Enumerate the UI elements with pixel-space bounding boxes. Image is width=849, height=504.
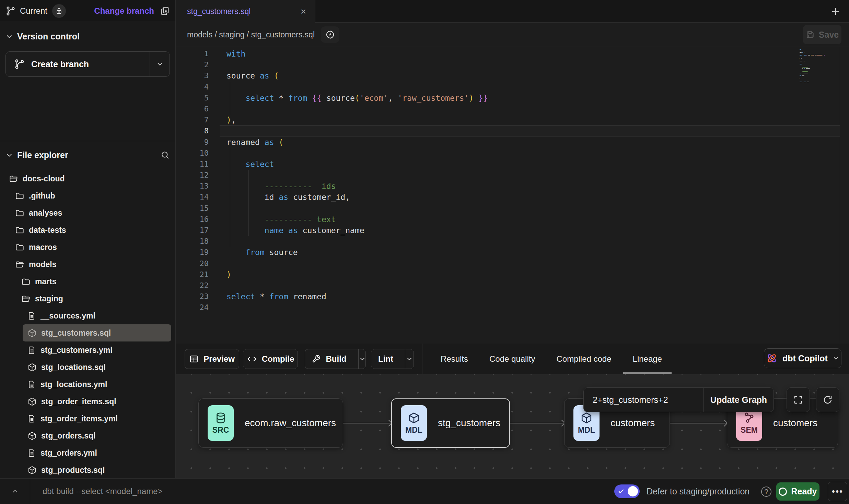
code-line[interactable]: 11 select xyxy=(176,159,840,170)
file-row-marts[interactable]: marts xyxy=(16,273,171,290)
fullscreen-button[interactable] xyxy=(787,387,810,412)
file-row-stg-order-items-sql[interactable]: stg_order_items.sql xyxy=(23,393,171,410)
code-line[interactable]: 24 xyxy=(176,302,840,313)
lint-caret[interactable] xyxy=(405,349,414,369)
defer-toggle[interactable] xyxy=(614,484,640,498)
panel-tab-results[interactable]: Results xyxy=(441,344,468,374)
command-input[interactable]: dbt build --select <model_name> xyxy=(43,479,163,504)
build-caret[interactable] xyxy=(358,349,366,369)
file-row--sources-yml[interactable]: __sources.yml xyxy=(23,307,171,324)
code-line[interactable]: 3source as ( xyxy=(176,70,840,81)
file-row-data-tests[interactable]: data-tests xyxy=(10,221,171,239)
file-row-stg-locations-yml[interactable]: stg_locations.yml xyxy=(23,376,171,393)
breadcrumb-row: models / staging / stg_customers.sql Sa xyxy=(176,23,849,47)
code-line[interactable]: 15 xyxy=(176,203,840,214)
more-options-button[interactable]: ••• xyxy=(828,482,847,501)
update-graph-button[interactable]: Update Graph xyxy=(703,388,774,412)
refresh-button[interactable] xyxy=(816,387,839,412)
code-line[interactable]: 9renamed as ( xyxy=(176,137,840,148)
code-line[interactable]: 8 xyxy=(176,125,840,136)
lineage-node-ecom-raw-customers[interactable]: SRCecom.raw_customers xyxy=(198,398,343,448)
status-badge[interactable]: Ready xyxy=(776,482,819,501)
explore-button[interactable] xyxy=(321,26,339,43)
close-icon[interactable]: × xyxy=(301,7,306,16)
file-explorer-header[interactable]: File explorer xyxy=(0,143,175,167)
code-line[interactable]: 16 ---------- text xyxy=(176,214,840,225)
code-line[interactable]: 12 xyxy=(176,170,840,181)
help-icon[interactable]: ? xyxy=(761,487,771,497)
code-line[interactable]: 4 xyxy=(176,82,840,93)
create-branch-button[interactable]: Create branch xyxy=(5,51,170,77)
line-number: 24 xyxy=(176,302,209,313)
panel-tab-code-quality[interactable]: Code quality xyxy=(489,344,535,374)
line-number: 23 xyxy=(176,291,209,302)
code-line[interactable]: 2 xyxy=(176,59,840,70)
file-icon xyxy=(27,346,36,355)
file-row-docs-cloud[interactable]: docs-cloud xyxy=(4,170,171,187)
code-line[interactable]: 1with xyxy=(176,48,840,59)
dbt-copilot-button[interactable]: dbt Copilot xyxy=(764,348,841,368)
code-line[interactable]: 17 name as customer_name xyxy=(176,225,840,236)
build-button-main[interactable]: Build xyxy=(305,349,353,369)
code-line[interactable]: 21) xyxy=(176,269,840,280)
version-control-header[interactable]: Version control xyxy=(5,29,170,43)
code-line[interactable]: 7), xyxy=(176,115,840,125)
code-line[interactable]: 13 ---------- ids xyxy=(176,181,840,192)
lineage-selector-input[interactable]: 2+stg_customers+2 xyxy=(584,388,703,412)
file-label: staging xyxy=(35,294,63,303)
lineage-panel[interactable]: SRCecom.raw_customersMDLstg_customersMDL… xyxy=(176,374,849,478)
file-row--github[interactable]: .github xyxy=(10,187,171,204)
code-line[interactable]: 6 xyxy=(176,104,840,115)
preview-button[interactable]: Preview xyxy=(185,349,239,369)
lineage-node-stg-customers[interactable]: MDLstg_customers xyxy=(391,398,510,448)
minimap[interactable] xyxy=(800,49,839,84)
file-row-stg-customers-sql[interactable]: stg_customers.sql xyxy=(23,324,171,341)
compile-button[interactable]: Compile xyxy=(243,349,298,369)
create-branch-main[interactable]: Create branch xyxy=(6,52,150,76)
panel-tab-lineage[interactable]: Lineage xyxy=(633,344,662,374)
file-row-stg-products-sql[interactable]: stg_products.sql xyxy=(23,461,171,479)
file-row-stg-locations-sql[interactable]: stg_locations.sql xyxy=(23,359,171,376)
code-line[interactable]: 14 id as customer_id, xyxy=(176,192,840,203)
save-button[interactable]: Save xyxy=(803,25,841,44)
lint-button[interactable]: Lint xyxy=(371,349,414,369)
lineage-controls: 2+stg_customers+2 Update Graph xyxy=(583,387,774,412)
model-icon xyxy=(27,397,37,406)
code-line[interactable]: 22 xyxy=(176,280,840,291)
file-row-stg-orders-sql[interactable]: stg_orders.sql xyxy=(23,427,171,444)
file-row-macros[interactable]: macros xyxy=(10,239,171,256)
search-icon[interactable] xyxy=(160,150,170,160)
new-tab-button[interactable] xyxy=(828,4,843,19)
panel-tab-compiled-code[interactable]: Compiled code xyxy=(556,344,611,374)
cube-icon xyxy=(580,412,593,424)
code-line[interactable]: 23select * from renamed xyxy=(176,291,840,302)
file-row-stg-orders-yml[interactable]: stg_orders.yml xyxy=(23,444,171,461)
badge-label: MDL xyxy=(578,425,595,435)
save-label: Save xyxy=(819,30,839,40)
code-editor[interactable]: 1with23source as (45 select * from {{ so… xyxy=(176,47,849,344)
code-line[interactable]: 18 xyxy=(176,236,840,247)
code-line[interactable]: 5 select * from {{ source('ecom', 'raw_c… xyxy=(176,93,840,104)
copy-icon[interactable] xyxy=(160,6,170,16)
file-row-models[interactable]: models xyxy=(10,256,171,273)
collapse-command-bar-button[interactable] xyxy=(0,479,30,504)
code-line[interactable]: 20 xyxy=(176,258,840,269)
code-icon xyxy=(247,354,257,364)
code-lines[interactable]: 1with23source as (45 select * from {{ so… xyxy=(176,48,840,313)
file-row-staging[interactable]: staging xyxy=(16,290,171,307)
file-row-analyses[interactable]: analyses xyxy=(10,204,171,221)
code-line[interactable]: 10 xyxy=(176,148,840,159)
line-number: 1 xyxy=(176,48,209,59)
code-text: ---------- ids xyxy=(209,181,336,192)
file-row-stg-order-items-yml[interactable]: stg_order_items.yml xyxy=(23,410,171,427)
code-text xyxy=(209,59,226,70)
minimap-line xyxy=(800,82,839,82)
file-explorer-section: File explorer docs-cloud.githubanalysesd… xyxy=(0,143,175,479)
file-row-stg-customers-yml[interactable]: stg_customers.yml xyxy=(23,341,171,359)
change-branch-link[interactable]: Change branch xyxy=(94,6,154,16)
code-line[interactable]: 19 from source xyxy=(176,247,840,258)
lint-button-main[interactable]: Lint xyxy=(371,349,400,369)
build-button[interactable]: Build xyxy=(305,349,366,369)
editor-tab[interactable]: stg_customers.sql × xyxy=(176,0,315,23)
create-branch-caret[interactable] xyxy=(150,52,170,76)
